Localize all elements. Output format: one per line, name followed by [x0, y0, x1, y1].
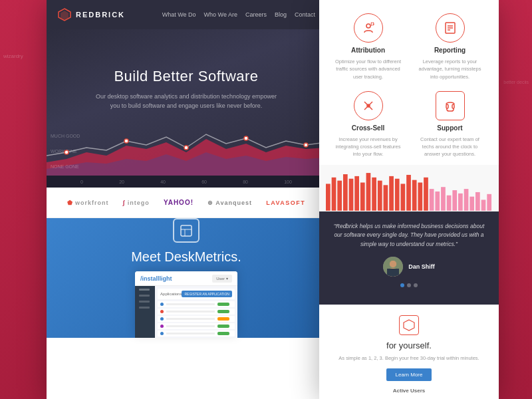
svg-rect-35 — [418, 182, 422, 210]
hero-section: Build Better Software Our desktop softwa… — [47, 29, 326, 176]
svg-rect-43 — [464, 189, 469, 211]
logo-icon — [57, 7, 72, 22]
right-panel: Attribution Optimize your flow to differ… — [319, 0, 499, 399]
reporting-icon — [444, 21, 457, 35]
dash-row-3 — [158, 316, 235, 322]
svg-point-5 — [244, 136, 248, 140]
nav-careers[interactable]: Careers — [245, 11, 267, 18]
deskmetrics-icon — [173, 218, 200, 243]
crosssell-name: Cross-Sell — [352, 124, 384, 132]
svg-point-52 — [390, 261, 396, 267]
svg-rect-45 — [475, 192, 480, 210]
active-users-chart — [332, 396, 485, 399]
svg-rect-38 — [435, 191, 440, 210]
nav-what[interactable]: What We Do — [162, 11, 196, 18]
testimonial-dots — [332, 283, 485, 287]
partner-intego: intego — [123, 200, 150, 206]
dot-3[interactable] — [414, 283, 418, 287]
dot-2[interactable] — [407, 283, 411, 287]
logo-area[interactable]: REDBRICK — [57, 7, 125, 22]
x-label-60: 60 — [201, 180, 207, 184]
crosssell-icon-circle — [354, 91, 383, 120]
dash-sidebar — [135, 286, 155, 338]
dash-row-4 — [158, 323, 235, 329]
attribution-icon-circle — [354, 13, 383, 43]
svg-rect-19 — [326, 184, 331, 210]
cta-section: for yourself. As simple as 1, 2, 3. Begi… — [319, 305, 499, 400]
crosssell-icon — [362, 99, 375, 112]
box-icon — [179, 223, 194, 238]
dash-user: User ▾ — [212, 275, 232, 283]
features-grid: Attribution Optimize your flow to differ… — [332, 13, 485, 158]
svg-rect-40 — [447, 195, 452, 210]
svg-rect-41 — [452, 190, 457, 211]
nav-blog[interactable]: Blog — [275, 11, 287, 18]
partners-bar: workfront intego YAHOO! ⊛ Avanquest LAVA… — [47, 188, 326, 218]
blue-section: Meet DeskMetrics. /installlight User ▾ — [47, 218, 326, 338]
active-users-section: Active Users — [332, 388, 485, 399]
svg-rect-29 — [384, 185, 388, 210]
partner-lavasoft: LAVASOFT — [266, 200, 305, 206]
side-text-left: wizardry — [3, 53, 23, 59]
dashboard-preview: /installlight User ▾ Applications — [135, 271, 237, 338]
dash-row-5 — [158, 331, 235, 336]
x-label-20: 20 — [119, 180, 124, 184]
svg-rect-24 — [354, 176, 359, 210]
navbar: REDBRICK What We Do Who We Are Careers B… — [47, 0, 326, 29]
svg-rect-37 — [430, 189, 434, 211]
support-icon — [444, 99, 457, 112]
side-text-right: better deciis — [503, 80, 529, 84]
feature-reporting: Reporting Leverage reports to your advan… — [414, 13, 485, 80]
y-label-1: NONE GONE — [51, 164, 80, 169]
svg-rect-31 — [395, 178, 400, 210]
y-label-3: MUCH GOOD — [51, 134, 80, 138]
svg-rect-32 — [401, 184, 406, 210]
active-users-label: Active Users — [332, 388, 485, 394]
author-name: Dan Shiff — [408, 263, 435, 270]
avatar-image — [383, 257, 403, 277]
support-desc: Contact our expert team of techs around … — [414, 136, 485, 158]
crosssell-desc: Increase your revenues by integrating cr… — [332, 136, 404, 158]
svg-rect-17 — [446, 104, 448, 108]
svg-rect-25 — [360, 182, 365, 210]
reporting-name: Reporting — [434, 47, 466, 54]
attribution-icon — [362, 21, 375, 35]
testimonial-quote: "Redbrick helps us make informed busines… — [332, 222, 485, 249]
author-avatar — [383, 257, 403, 277]
nav-contact[interactable]: Contact — [295, 11, 315, 18]
dash-content-header: Applications REGISTER AN APPLICATION — [158, 289, 235, 299]
features-section: Attribution Optimize your flow to differ… — [319, 0, 499, 165]
svg-rect-26 — [366, 173, 371, 211]
cta-desc: As simple as 1, 2, 3. Begin your free 30… — [332, 354, 485, 362]
svg-rect-42 — [458, 193, 463, 210]
dash-logo: /installlight — [140, 275, 172, 282]
blue-title: Meet DeskMetrics. — [131, 249, 241, 265]
svg-rect-39 — [441, 187, 446, 211]
svg-rect-28 — [378, 180, 382, 210]
dashboard-header: /installlight User ▾ — [135, 271, 237, 286]
svg-rect-36 — [424, 177, 428, 210]
cta-title: for yourself. — [332, 340, 485, 350]
cta-icon — [399, 315, 419, 335]
hero-title: Build Better Software — [114, 68, 258, 85]
dash-register-btn[interactable]: REGISTER AN APPLICATION — [182, 291, 231, 297]
nav-who[interactable]: Who We Are — [204, 11, 237, 18]
learn-more-button[interactable]: Learn More — [386, 368, 432, 381]
svg-rect-20 — [332, 177, 336, 210]
x-label-0: 0 — [80, 180, 83, 184]
feature-support: Support Contact our expert team of techs… — [414, 91, 485, 158]
svg-point-10 — [366, 24, 370, 28]
x-label-100: 100 — [284, 180, 292, 184]
svg-rect-7 — [181, 225, 192, 236]
reporting-desc: Leverage reports to your advantage, turn… — [414, 58, 485, 80]
svg-rect-34 — [412, 180, 417, 210]
cta-box-icon — [403, 319, 415, 331]
dash-row-2 — [158, 309, 235, 315]
svg-point-6 — [304, 143, 308, 147]
svg-point-3 — [124, 139, 128, 143]
svg-rect-51 — [387, 269, 399, 277]
testimonial-author: Dan Shiff — [332, 257, 485, 277]
svg-rect-44 — [469, 196, 474, 210]
dot-1[interactable] — [400, 283, 404, 287]
chart-svg — [47, 116, 326, 176]
